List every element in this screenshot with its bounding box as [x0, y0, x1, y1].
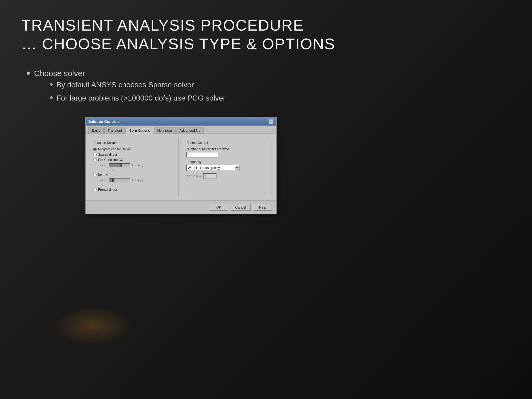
sub-bullet-item-1: By default ANSYS chooses Sparse solver	[50, 81, 226, 89]
main-bullet-list: Choose solver By default ANSYS chooses S…	[27, 69, 511, 107]
frequency-select[interactable]: Write last substep only Write every subs…	[186, 165, 240, 171]
radio-row-iterative: Iterative	[93, 173, 175, 177]
sub-bullet-dot-1	[50, 83, 53, 86]
help-button[interactable]: Help	[253, 204, 272, 211]
radio-row-sparse-direct: Sparse direct	[93, 153, 175, 156]
slider-ticks-iterative: | | | | |	[99, 184, 175, 186]
radio-row-frontal-direct: Frontal direct	[93, 188, 175, 192]
radio-row-program-chosen: Program chosen solver	[93, 147, 175, 151]
dialog-footer: OK Cancel Help	[86, 200, 276, 214]
where-n-row: where N =	[186, 173, 268, 179]
sub-bullet-text-2: For large problems (>100000 dofs) use PC…	[56, 94, 226, 102]
radio-iterative[interactable]	[93, 173, 97, 176]
speed-label-pcg: Speed	[99, 164, 107, 167]
sub-bullet-dot-2	[50, 96, 53, 99]
radio-frontal-direct[interactable]	[93, 188, 97, 191]
where-n-label: where N =	[186, 174, 201, 178]
num-restart-files-input[interactable]	[186, 152, 218, 157]
dialog-title: Solution Controls	[88, 119, 119, 124]
sub-bullet-list: By default ANSYS chooses Sparse solver F…	[50, 81, 226, 102]
speed-label-iterative: Speed	[99, 178, 107, 182]
equation-solvers-label: Equation Solvers	[93, 141, 175, 145]
bullet-text: Choose solver	[34, 69, 85, 78]
radio-program-chosen[interactable]	[93, 148, 97, 151]
tab-transient[interactable]: Transient	[104, 127, 126, 134]
frequency-select-wrapper: Write last substep only Write every subs…	[186, 165, 240, 171]
slide-title: TRANSIENT ANALYSIS PROCEDURE … CHOOSE AN…	[21, 16, 511, 53]
tab-basic[interactable]: Basic	[88, 127, 104, 134]
dialog-titlebar: Solution Controls ×	[86, 118, 276, 126]
restart-control-panel: Restart Control Number of restart files …	[183, 138, 272, 196]
restart-control-label: Restart Control	[186, 141, 268, 145]
slider-ticks-pcg: | | | | |	[99, 169, 175, 171]
frequency-label: Frequency:	[186, 160, 268, 164]
tab-nonlinear[interactable]: Nonlinear	[154, 127, 176, 134]
solution-controls-dialog: Solution Controls × Basic Transient Sol'…	[85, 117, 277, 214]
radio-sparse-direct[interactable]	[93, 153, 97, 156]
radio-label-pre-condition-cg: Pre-Condition CG	[98, 158, 123, 162]
bullet-dot	[27, 72, 30, 75]
dialog-close-button[interactable]: ×	[269, 119, 273, 124]
equation-solvers-panel: Equation Solvers Program chosen solver S…	[90, 138, 179, 196]
dialog-tabs: Basic Transient Sol'n Options Nonlinear …	[86, 126, 276, 134]
sub-bullet-item-2: For large problems (>100000 dofs) use PC…	[50, 94, 226, 102]
radio-pre-condition-cg[interactable]	[93, 158, 97, 161]
bullet-item-solver: Choose solver By default ANSYS chooses S…	[27, 69, 511, 107]
accuracy-label-iterative: Accuracy	[132, 178, 144, 182]
tab-soln-options[interactable]: Sol'n Options	[126, 127, 153, 134]
restart-files-row: Number of restart files to write	[186, 147, 268, 157]
radio-label-iterative: Iterative	[98, 173, 110, 177]
sub-bullet-text-1: By default ANSYS chooses Sparse solver	[56, 81, 194, 89]
dialog-body: Equation Solvers Program chosen solver S…	[86, 134, 276, 200]
slider-pcg[interactable]	[109, 163, 130, 167]
frequency-row: Frequency: Write last substep only Write…	[186, 160, 268, 171]
where-n-input[interactable]	[203, 173, 217, 179]
slide-content: TRANSIENT ANALYSIS PROCEDURE … CHOOSE AN…	[0, 0, 532, 128]
radio-row-pre-condition: Pre-Condition CG	[93, 158, 175, 162]
accuracy-label-pcg: Accuracy	[132, 164, 144, 167]
radio-label-sparse-direct: Sparse direct	[98, 153, 117, 156]
tab-advanced-nl[interactable]: Advanced NL	[176, 127, 204, 134]
title-line1: TRANSIENT ANALYSIS PROCEDURE	[21, 16, 304, 34]
slider-iterative[interactable]	[109, 178, 130, 182]
radio-label-program-chosen: Program chosen solver	[98, 147, 131, 151]
dialog-frame: Solution Controls × Basic Transient Sol'…	[85, 117, 277, 214]
radio-label-frontal-direct: Frontal direct	[98, 188, 117, 192]
title-line2: … CHOOSE ANALYSIS TYPE & OPTIONS	[21, 35, 335, 52]
cancel-button[interactable]: Cancel	[231, 204, 251, 211]
select-arrow-icon: ▼	[235, 166, 239, 170]
slider-row-pcg: Speed Accuracy	[99, 163, 175, 167]
slider-row-iterative: Speed Accuracy	[99, 178, 175, 182]
num-restart-files-label: Number of restart files to write	[186, 147, 268, 151]
ok-button[interactable]: OK	[210, 204, 228, 211]
